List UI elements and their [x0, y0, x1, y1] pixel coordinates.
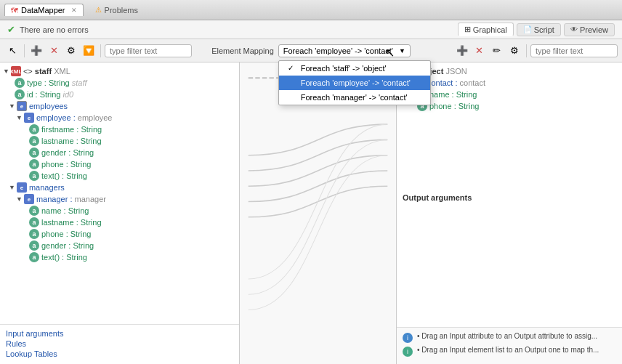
left-search-input[interactable]	[105, 44, 192, 57]
tree-node-lastname: a lastname : String	[0, 135, 239, 147]
dropdown-option-2: Foreach 'employee' -> 'contact'	[301, 78, 411, 87]
tree-node-employees: ▼ e employees	[0, 100, 239, 112]
right-toolbar-btn-add[interactable]: ➕	[454, 43, 470, 59]
tree-node-type: a type : String staff	[0, 77, 239, 89]
tree-node-manager: ▼ e manager : manager	[0, 193, 239, 205]
rules-link[interactable]: Rules	[6, 339, 233, 348]
expand-staff[interactable]: ▼	[3, 68, 9, 75]
expand-managers[interactable]: ▼	[9, 184, 15, 191]
expand-manager[interactable]: ▼	[16, 195, 23, 203]
toolbar-btn-settings[interactable]: ⚙	[63, 43, 79, 59]
toolbar-center: Element Mapping Foreach 'employee' -> 'c…	[209, 44, 413, 57]
mgr-phone-label: phone : String	[41, 230, 92, 238]
mgr-name-label: name : String	[41, 206, 89, 215]
right-toolbar-btn-settings[interactable]: ⚙	[506, 43, 522, 59]
input-tree: ▼ XML <> staff XML a type : String staff…	[0, 62, 239, 324]
tree-node-id: a id : String id0	[0, 89, 239, 100]
tree-node-employee: ▼ e employee : employee	[0, 112, 239, 124]
tree-node-mgr-text: a text() : String	[0, 251, 239, 263]
lookup-tables-link[interactable]: Lookup Tables	[6, 349, 233, 358]
dropdown-chevron-icon: ▼	[399, 47, 405, 54]
dropdown-option-1: Foreach 'staff' -> 'object'	[301, 64, 387, 73]
output-args-label: Output arguments	[403, 193, 472, 202]
right-toolbar-btn-edit[interactable]: ✏	[489, 43, 505, 59]
elem-icon-employee: e	[24, 113, 34, 123]
element-mapping-label: Element Mapping	[211, 46, 274, 55]
graphical-icon: ⊞	[464, 25, 471, 34]
phone-label: phone : String	[41, 160, 92, 169]
manager-label: manager : manager	[36, 195, 106, 203]
elem-icon-employees: e	[17, 101, 27, 111]
lastname-label: lastname : String	[41, 137, 102, 145]
toolbar-btn-filter[interactable]: 🔽	[81, 43, 97, 59]
check-icon: ✔	[7, 24, 15, 35]
toolbar-btn-add[interactable]: ➕	[28, 43, 44, 59]
tree-node-firstname: a firstname : String	[0, 124, 239, 135]
dropdown-item-2[interactable]: Foreach 'employee' -> 'contact'	[279, 76, 430, 90]
employees-label: employees	[29, 102, 68, 110]
problems-tab-label: Problems	[105, 6, 138, 15]
toolbar-row: ↖ ➕ ✕ ⚙ 🔽 Element Mapping Foreach 'emplo…	[0, 39, 622, 62]
main-content: ▼ XML <> staff XML a type : String staff…	[0, 62, 622, 364]
datamapper-tab-label: DataMapper	[21, 6, 65, 15]
mapping-svg	[240, 62, 396, 364]
tab-script[interactable]: 📄 Script	[517, 23, 561, 36]
error-status: ✔ There are no errors	[7, 24, 89, 35]
hint-row-2: i • Drag an Input element list to an Out…	[403, 346, 616, 357]
tree-node-mgr-phone: a phone : String	[0, 228, 239, 240]
problems-icon: ⚠	[95, 6, 102, 14]
text-label: text() : String	[41, 171, 87, 180]
right-toolbar: ➕ ✕ ✏ ⚙	[413, 43, 618, 59]
tree-node-managers: ▼ e managers	[0, 182, 239, 193]
checkmark-icon: ✓	[288, 64, 296, 72]
dropdown-option-3: Foreach 'manager' -> 'contact'	[301, 93, 408, 102]
graphical-label: Graphical	[473, 25, 507, 34]
datamapper-tab[interactable]: 🗺 DataMapper ✕	[4, 4, 84, 16]
employee-label: employee : employee	[36, 113, 113, 122]
expand-employee[interactable]: ▼	[16, 114, 23, 121]
dropdown-item-3[interactable]: Foreach 'manager' -> 'contact'	[279, 90, 430, 105]
tab-close-icon[interactable]: ✕	[71, 7, 77, 14]
dropdown-item-1[interactable]: ✓ Foreach 'staff' -> 'object'	[279, 61, 430, 76]
expand-employees[interactable]: ▼	[9, 102, 15, 110]
attr-icon-text: a	[29, 171, 39, 181]
attr-icon-type: a	[15, 78, 25, 88]
right-footer: i • Drag an Input attribute to an Output…	[397, 327, 622, 364]
problems-tab[interactable]: ⚠ Problems	[89, 4, 144, 16]
right-toolbar-btn-delete[interactable]: ✕	[472, 43, 488, 59]
tree-node-mgr-name: a name : String	[0, 205, 239, 217]
attr-icon-lastname: a	[29, 136, 39, 146]
hint-icon-2: i	[403, 347, 413, 357]
mgr-text-label: text() : String	[41, 253, 87, 262]
preview-icon: 👁	[570, 25, 578, 33]
tree-node-mgr-gender: a gender : String	[0, 240, 239, 251]
elem-icon-manager: e	[24, 194, 34, 204]
attr-icon-firstname: a	[29, 124, 39, 134]
tree-node-gender: a gender : String	[0, 147, 239, 158]
mgr-lastname-label: lastname : String	[41, 218, 102, 227]
managers-label: managers	[29, 183, 65, 192]
script-label: Script	[534, 25, 554, 34]
hint-icon-1: i	[403, 333, 413, 343]
tree-node-staff: ▼ XML <> staff XML	[0, 65, 239, 77]
dropdown-current-value: Foreach 'employee' -> 'contact'	[283, 46, 393, 55]
attr-icon-mgr-name: a	[29, 206, 39, 216]
right-search-input[interactable]	[530, 44, 618, 57]
gender-label: gender : String	[41, 148, 94, 157]
error-bar: ✔ There are no errors ⊞ Graphical 📄 Scri…	[0, 20, 622, 39]
no-errors-label: There are no errors	[20, 25, 89, 34]
toolbar-btn-arrow[interactable]: ↖	[4, 43, 20, 59]
tree-node-mgr-lastname: a lastname : String	[0, 217, 239, 228]
hint-text-1: • Drag an Input attribute to an Output a…	[417, 332, 597, 340]
left-panel: ▼ XML <> staff XML a type : String staff…	[0, 62, 240, 364]
view-tabs: ⊞ Graphical 📄 Script 👁 Preview	[458, 23, 615, 36]
tab-graphical[interactable]: ⊞ Graphical	[458, 23, 514, 36]
input-arguments-link[interactable]: Input arguments	[6, 329, 233, 338]
dropdown-button[interactable]: Foreach 'employee' -> 'contact' ▼	[278, 44, 411, 57]
element-mapping-dropdown[interactable]: Foreach 'employee' -> 'contact' ▼ ✓ Fore…	[278, 44, 411, 57]
type-label: type : String staff	[27, 78, 87, 87]
toolbar-btn-delete[interactable]: ✕	[46, 43, 62, 59]
output-args-section: Output arguments	[397, 190, 622, 206]
attr-icon-phone: a	[29, 159, 39, 169]
tab-preview[interactable]: 👁 Preview	[564, 23, 615, 36]
